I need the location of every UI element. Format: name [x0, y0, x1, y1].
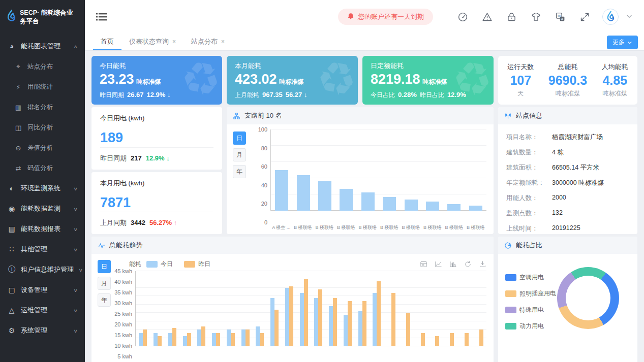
tab-站点分布[interactable]: 站点分布× — [183, 34, 232, 50]
bar-今日[interactable] — [314, 298, 318, 346]
bar-B 楼联络[interactable] — [405, 200, 418, 211]
bar-昨日[interactable] — [318, 289, 322, 346]
dashboard-gauge-icon[interactable] — [457, 12, 468, 22]
data-view-icon[interactable] — [420, 260, 427, 268]
share-legend-item-特殊用电[interactable]: 特殊用电 — [505, 306, 556, 314]
bar-昨日[interactable] — [143, 330, 147, 346]
bar-昨日[interactable] — [158, 336, 162, 346]
bar-今日[interactable] — [154, 333, 158, 346]
fullscreen-icon[interactable] — [579, 12, 590, 22]
bar-B 楼联络[interactable] — [297, 175, 310, 211]
period-toggle-月[interactable]: 月 — [98, 277, 111, 290]
bar-chart-icon[interactable] — [449, 260, 457, 268]
bar-昨日[interactable] — [304, 279, 308, 346]
donut-hole — [566, 276, 610, 320]
bar-昨日[interactable] — [289, 286, 293, 346]
bar-B 楼联络[interactable] — [426, 202, 439, 211]
bar-昨日[interactable] — [421, 333, 425, 346]
bar-今日[interactable] — [212, 333, 216, 346]
theme-shirt-icon[interactable] — [531, 12, 541, 22]
bar-昨日[interactable] — [435, 336, 439, 346]
line-chart-icon[interactable] — [435, 260, 442, 268]
collapse-menu-icon[interactable] — [96, 12, 107, 22]
bar-B 楼联络[interactable] — [340, 189, 353, 211]
tab-仪表状态查询[interactable]: 仪表状态查询× — [121, 34, 183, 50]
bar-昨日[interactable] — [391, 293, 395, 346]
share-legend-item-照明插座用电[interactable]: 照明插座用电 — [505, 289, 556, 298]
bar-昨日[interactable] — [187, 333, 191, 346]
sidebar-subitem-同比分析[interactable]: ◫同比分析 — [0, 117, 85, 138]
bar-今日[interactable] — [358, 311, 362, 346]
sidebar-item-能耗数据监测[interactable]: ◉能耗数据监测∨ — [0, 199, 85, 219]
share-legend-item-动力用电[interactable]: 动力用电 — [505, 322, 556, 331]
chevron-down-icon[interactable] — [626, 13, 633, 21]
sidebar-item-设备管理[interactable]: ▢设备管理∨ — [0, 280, 85, 300]
bar-今日[interactable] — [241, 330, 246, 346]
bar-今日[interactable] — [256, 326, 260, 346]
bar-今日[interactable] — [197, 330, 201, 346]
bar-今日[interactable] — [285, 288, 289, 346]
bar-今日[interactable] — [139, 333, 143, 346]
bar-昨日[interactable] — [450, 333, 454, 346]
sidebar-subitem-排名分析[interactable]: ▥排名分析 — [0, 97, 85, 117]
bar-昨日[interactable] — [231, 333, 235, 346]
refresh-icon[interactable] — [464, 260, 472, 268]
sidebar-subitem-码值分析[interactable]: ⇄码值分析 — [0, 158, 85, 178]
bar-今日[interactable] — [373, 293, 377, 346]
bar-今日[interactable] — [183, 336, 187, 346]
sidebar-subitem-站点分布[interactable]: ⌖站点分布 — [0, 56, 85, 77]
bar-昨日[interactable] — [377, 281, 381, 346]
bar-B 楼联络[interactable] — [383, 197, 396, 211]
bar-今日[interactable] — [300, 293, 304, 346]
bar-今日[interactable] — [344, 315, 348, 346]
user-avatar[interactable] — [602, 9, 619, 25]
bar-A 楼空 ...[interactable] — [275, 170, 288, 211]
period-toggle-月[interactable]: 月 — [233, 148, 246, 161]
sidebar-item-其他管理[interactable]: ∷其他管理∨ — [0, 239, 85, 259]
lock-icon[interactable] — [506, 12, 517, 22]
bar-昨日[interactable] — [172, 328, 176, 346]
sidebar-item-能耗数据报表[interactable]: ▤能耗数据报表∨ — [0, 219, 85, 239]
bar-昨日[interactable] — [479, 330, 483, 346]
bar-昨日[interactable] — [216, 333, 220, 346]
bar-昨日[interactable] — [465, 333, 469, 346]
bar-昨日[interactable] — [260, 333, 264, 346]
legend-item-今日[interactable]: 今日 — [146, 260, 173, 269]
close-icon[interactable]: × — [221, 38, 225, 45]
bar-今日[interactable] — [329, 306, 333, 346]
sidebar-subitem-用能统计[interactable]: ⚡用能统计 — [0, 77, 85, 97]
share-legend-item-空调用电[interactable]: 空调用电 — [505, 273, 556, 282]
period-toggle-年[interactable]: 年 — [233, 165, 246, 178]
sidebar-item-环境监测系统[interactable]: ◐环境监测系统∨ — [0, 178, 85, 199]
bar-今日[interactable] — [168, 333, 172, 346]
bar-今日[interactable] — [227, 330, 231, 346]
bar-昨日[interactable] — [201, 326, 205, 346]
close-icon[interactable]: × — [172, 38, 176, 45]
legend-item-昨日[interactable]: 昨日 — [184, 260, 210, 269]
bar-昨日[interactable] — [348, 301, 352, 346]
bar-昨日[interactable] — [246, 330, 250, 346]
bar-昨日[interactable] — [333, 298, 337, 346]
download-icon[interactable] — [479, 260, 486, 268]
bar-昨日[interactable] — [362, 301, 366, 346]
more-button[interactable]: 更多 — [607, 36, 638, 49]
sidebar-item-运维管理[interactable]: △运维管理∨ — [0, 300, 85, 320]
warning-icon[interactable] — [482, 12, 493, 22]
bar-B 楼联络[interactable] — [361, 192, 375, 211]
bar-B 楼联络[interactable] — [469, 206, 482, 211]
period-toggle-年[interactable]: 年 — [98, 293, 111, 307]
bar-B 楼联络[interactable] — [318, 181, 331, 211]
bar-昨日[interactable] — [274, 310, 279, 346]
sidebar-item-租户信息维护管理[interactable]: ⓘ租户信息维护管理∨ — [0, 259, 85, 280]
bar-今日[interactable] — [270, 298, 274, 346]
sidebar-subitem-差值分析[interactable]: ⊖差值分析 — [0, 138, 85, 158]
bar-B 楼联络[interactable] — [447, 204, 461, 211]
sidebar-item-系统管理[interactable]: ⚙系统管理∨ — [0, 320, 85, 341]
translate-icon[interactable]: ⊕ A — [555, 12, 566, 22]
period-toggle-日[interactable]: 日 — [233, 131, 246, 145]
sidebar-item-能耗图表管理[interactable]: ◕能耗图表管理∧ — [0, 36, 85, 56]
account-expiry-notice[interactable]: 您的账户还有一天到期 — [338, 9, 433, 25]
period-toggle-日[interactable]: 日 — [98, 260, 111, 273]
tab-首页[interactable]: 首页 — [93, 34, 121, 50]
bar-昨日[interactable] — [406, 313, 410, 346]
